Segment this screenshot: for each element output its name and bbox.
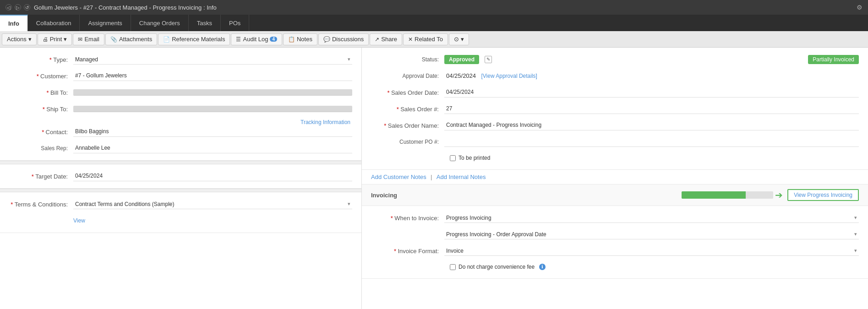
approval-date-row: Approval Date: 04/25/2024 [View Approval…: [371, 70, 859, 82]
terms-dropdown-icon[interactable]: ▾: [348, 201, 352, 207]
progress-invoicing-date-row: Progress Invoicing - Order Approval Date…: [371, 228, 859, 241]
type-value-container[interactable]: Managed ▾: [73, 55, 352, 65]
sales-order-date-value[interactable]: 04/25/2024: [444, 87, 859, 98]
tab-tasks[interactable]: Tasks: [189, 15, 221, 31]
title-bar: ◁ ▷ ↺ Gollum Jewelers - #27 - Contract M…: [0, 0, 868, 15]
type-value: Managed: [73, 55, 348, 64]
more-options-button[interactable]: ⊙ ▾: [449, 33, 469, 45]
when-to-invoice-value-container[interactable]: Progress Invoicing ▾: [444, 213, 859, 223]
email-button[interactable]: ✉ Email: [73, 33, 104, 45]
tab-collaboration[interactable]: Collaboration: [28, 15, 80, 31]
actions-label: Actions: [7, 36, 27, 43]
progress-invoicing-date-container[interactable]: Progress Invoicing - Order Approval Date…: [444, 230, 859, 239]
audit-log-button[interactable]: ☰ Audit Log 4: [231, 33, 282, 45]
share-button[interactable]: ↗ Share: [370, 33, 402, 45]
tab-pos[interactable]: POs: [221, 15, 249, 31]
print-dropdown-icon: ▾: [64, 36, 67, 43]
print-icon: 🖨: [43, 36, 48, 43]
sales-order-num-value[interactable]: 27: [444, 104, 859, 114]
progress-invoicing-date-dropdown[interactable]: ▾: [854, 231, 859, 237]
customer-value[interactable]: #7 - Gollum Jewelers: [73, 71, 352, 81]
notes-icon: 📋: [288, 36, 295, 43]
sales-order-num-label: * Sales Order #:: [371, 106, 444, 113]
status-approved-badge: Approved: [444, 55, 479, 64]
do-not-charge-checkbox[interactable]: [450, 264, 456, 270]
target-date-row: * Target Date: 04/25/2024: [9, 170, 352, 183]
share-label: Share: [381, 36, 397, 43]
when-to-invoice-row: * When to Invoice: Progress Invoicing ▾: [371, 211, 859, 224]
refresh-icon[interactable]: ↺: [24, 4, 30, 11]
invoice-format-dropdown[interactable]: ▾: [854, 248, 859, 254]
audit-label: Audit Log: [243, 36, 268, 43]
audit-badge: 4: [270, 37, 277, 42]
print-button[interactable]: 🖨 Print ▾: [38, 33, 72, 45]
type-row: * Type: Managed ▾: [9, 53, 352, 66]
target-date-value[interactable]: 04/25/2024: [73, 171, 352, 181]
add-notes-row: Add Customer Notes | Add Internal Notes: [362, 170, 868, 184]
related-to-button[interactable]: ✕ Related To: [403, 33, 448, 45]
do-not-charge-info-icon[interactable]: ℹ: [539, 264, 546, 270]
terms-value-container[interactable]: Contract Terms and Conditions (Sample) ▾: [73, 200, 352, 209]
to-be-printed-label: To be printed: [459, 155, 490, 161]
sales-order-name-value[interactable]: Contract Managed - Progress Invoicing: [444, 120, 859, 130]
terms-view-row: View: [9, 214, 352, 227]
sales-rep-value[interactable]: Annabelle Lee: [73, 143, 352, 153]
type-dropdown-icon[interactable]: ▾: [348, 56, 352, 62]
bill-to-label: * Bill To:: [9, 89, 73, 96]
tracking-info-link[interactable]: Tracking Information: [300, 119, 350, 125]
customer-po-label: Customer PO #:: [371, 139, 444, 145]
reference-label: Reference Materials: [172, 36, 225, 43]
terms-view-link[interactable]: View: [73, 217, 85, 224]
do-not-charge-label: Do not charge convenience fee: [459, 264, 535, 270]
section-divider-2: [0, 189, 361, 192]
back-icon[interactable]: ◁: [5, 4, 12, 11]
ship-to-label: * Ship To:: [9, 106, 73, 113]
attachments-icon: 📎: [110, 36, 117, 43]
sales-order-name-row: * Sales Order Name: Contract Managed - P…: [371, 119, 859, 132]
add-internal-notes-link[interactable]: Add Internal Notes: [437, 173, 486, 180]
tab-assignments[interactable]: Assignments: [80, 15, 131, 31]
invoice-format-row: * Invoice Format: Invoice ▾: [371, 244, 859, 257]
to-be-printed-checkbox[interactable]: [450, 155, 456, 161]
status-edit-icon[interactable]: ✎: [485, 56, 492, 63]
terms-row: * Terms & Conditions: Contract Terms and…: [9, 198, 352, 211]
discussions-button[interactable]: 💬 Discussions: [318, 33, 369, 45]
attachments-label: Attachments: [119, 36, 152, 43]
contact-value[interactable]: Bilbo Baggins: [73, 127, 352, 137]
notes-label: Notes: [297, 36, 312, 43]
related-to-icon: ✕: [408, 36, 413, 43]
main-content: * Type: Managed ▾ * Customer: #7 - Gollu…: [0, 48, 868, 309]
sales-rep-label: Sales Rep:: [9, 145, 73, 152]
notes-separator: |: [431, 173, 432, 180]
forward-icon[interactable]: ▷: [15, 4, 21, 11]
add-customer-notes-link[interactable]: Add Customer Notes: [371, 173, 426, 180]
page-title: Gollum Jewelers - #27 - Contract Managed…: [34, 4, 217, 11]
when-to-invoice-dropdown[interactable]: ▾: [854, 215, 859, 221]
ship-to-value[interactable]: [73, 106, 352, 112]
customer-po-value[interactable]: [444, 137, 859, 147]
bill-to-value[interactable]: [73, 89, 352, 96]
invoice-format-value-container[interactable]: Invoice ▾: [444, 246, 859, 256]
approval-date-label: Approval Date:: [371, 73, 444, 79]
actions-button[interactable]: Actions ▾: [2, 33, 37, 45]
view-approval-details-link[interactable]: [View Approval Details]: [481, 73, 537, 79]
tab-change-orders[interactable]: Change Orders: [131, 15, 189, 31]
when-to-invoice-value: Progress Invoicing: [444, 213, 854, 222]
discussions-icon: 💬: [323, 36, 330, 43]
tracking-info-link-row: Tracking Information: [9, 119, 352, 125]
attachments-button[interactable]: 📎 Attachments: [105, 33, 157, 45]
reference-materials-button[interactable]: 📄 Reference Materials: [158, 33, 230, 45]
terms-label: * Terms & Conditions:: [9, 201, 73, 208]
email-icon: ✉: [78, 36, 82, 43]
target-date-label: * Target Date:: [9, 173, 73, 180]
gear-icon[interactable]: ⚙: [857, 4, 863, 11]
notes-button[interactable]: 📋 Notes: [283, 33, 317, 45]
actions-dropdown-icon: ▾: [28, 36, 32, 43]
terms-section: * Terms & Conditions: Contract Terms and…: [0, 192, 361, 233]
basic-info-section: * Type: Managed ▾ * Customer: #7 - Gollu…: [0, 48, 361, 161]
bill-to-row: * Bill To:: [9, 86, 352, 99]
invoicing-fields-section: * When to Invoice: Progress Invoicing ▾ …: [362, 206, 868, 279]
tab-info[interactable]: Info: [0, 15, 28, 31]
view-progress-invoicing-button[interactable]: View Progress Invoicing: [787, 189, 859, 201]
invoicing-header: Invoicing ➔ View Progress Invoicing: [362, 184, 868, 206]
